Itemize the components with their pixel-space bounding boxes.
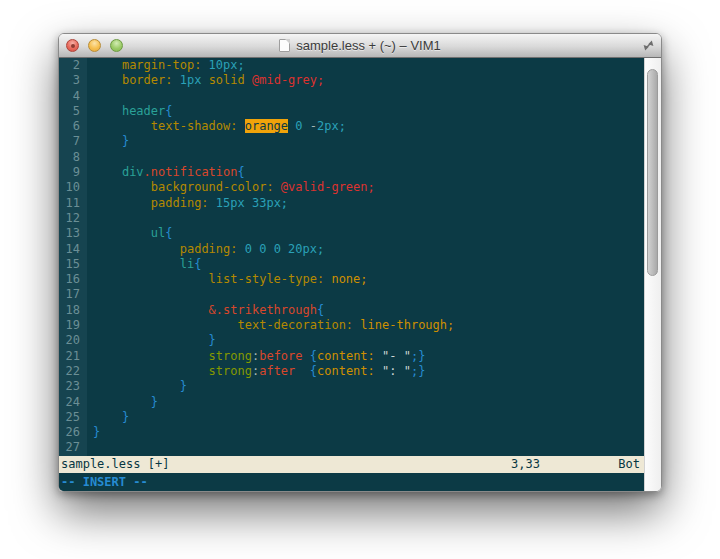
code-line[interactable]: 22 strong:after {content: ": ";} bbox=[59, 364, 644, 379]
line-number: 22 bbox=[59, 364, 87, 379]
code-line[interactable]: 4 bbox=[59, 89, 644, 104]
code-line[interactable]: 2 margin-top: 10px; bbox=[59, 58, 644, 73]
code-text: li{ bbox=[87, 257, 201, 272]
code-line[interactable]: 16 list-style-type: none; bbox=[59, 272, 644, 287]
window-title: sample.less + (~) – VIM1 bbox=[296, 38, 441, 53]
code-text bbox=[87, 287, 93, 302]
scrollbar[interactable] bbox=[644, 58, 661, 491]
code-text: div.notification{ bbox=[87, 165, 245, 180]
code-text: } bbox=[87, 425, 100, 440]
code-text bbox=[87, 211, 93, 226]
close-button[interactable] bbox=[66, 39, 79, 52]
line-number: 7 bbox=[59, 134, 87, 149]
code-line[interactable]: 5 header{ bbox=[59, 104, 644, 119]
code-line[interactable]: 3 border: 1px solid @mid-grey; bbox=[59, 73, 644, 88]
code-text: header{ bbox=[87, 104, 173, 119]
zoom-button[interactable] bbox=[110, 39, 123, 52]
code-text: padding: 0 0 0 20px; bbox=[87, 242, 324, 257]
line-number: 4 bbox=[59, 89, 87, 104]
code-line[interactable]: 7 } bbox=[59, 134, 644, 149]
line-number: 2 bbox=[59, 58, 87, 73]
code-text: background-color: @valid-green; bbox=[87, 180, 375, 195]
code-text: strong:after {content: ": ";} bbox=[87, 364, 425, 379]
code-line[interactable]: 6 text-shadow: orange 0 -2px; bbox=[59, 119, 644, 134]
line-number: 12 bbox=[59, 211, 87, 226]
line-number: 8 bbox=[59, 150, 87, 165]
vim-mode-indicator: -- INSERT -- bbox=[61, 475, 148, 489]
expand-diagonal-icon bbox=[642, 39, 655, 52]
line-number: 3 bbox=[59, 73, 87, 88]
code-line[interactable]: 25 } bbox=[59, 410, 644, 425]
code-text bbox=[87, 89, 93, 104]
code-line[interactable]: 27 bbox=[59, 440, 644, 455]
code-text: } bbox=[87, 395, 158, 410]
line-number: 18 bbox=[59, 303, 87, 318]
line-number: 21 bbox=[59, 349, 87, 364]
line-number: 24 bbox=[59, 395, 87, 410]
code-line[interactable]: 11 padding: 15px 33px; bbox=[59, 196, 644, 211]
title-bar[interactable]: sample.less + (~) – VIM1 bbox=[59, 34, 661, 58]
window-body: 2 margin-top: 10px;3 border: 1px solid @… bbox=[59, 58, 661, 491]
code-line[interactable]: 23 } bbox=[59, 379, 644, 394]
line-number: 10 bbox=[59, 180, 87, 195]
line-number: 20 bbox=[59, 333, 87, 348]
cursor-position: 3,33 bbox=[511, 456, 540, 473]
code-text: } bbox=[87, 134, 129, 149]
code-text: } bbox=[87, 379, 187, 394]
line-number: 5 bbox=[59, 104, 87, 119]
line-number: 11 bbox=[59, 196, 87, 211]
line-number: 13 bbox=[59, 226, 87, 241]
line-number: 9 bbox=[59, 165, 87, 180]
code-line[interactable]: 13 ul{ bbox=[59, 226, 644, 241]
vim-message-line: -- INSERT -- bbox=[59, 473, 644, 491]
code-text: list-style-type: none; bbox=[87, 272, 368, 287]
file-label: sample.less [+] bbox=[61, 456, 169, 473]
code-line[interactable]: 19 text-decoration: line-through; bbox=[59, 318, 644, 333]
code-text: } bbox=[87, 333, 216, 348]
line-number: 6 bbox=[59, 119, 87, 134]
code-text: margin-top: 10px; bbox=[87, 58, 245, 73]
scroll-position-indicator: Bot bbox=[618, 456, 640, 473]
code-line[interactable]: 20 } bbox=[59, 333, 644, 348]
code-text bbox=[87, 440, 93, 455]
code-line[interactable]: 14 padding: 0 0 0 20px; bbox=[59, 242, 644, 257]
line-number: 15 bbox=[59, 257, 87, 272]
resize-button[interactable] bbox=[641, 38, 656, 53]
code-line[interactable]: 18 &.strikethrough{ bbox=[59, 303, 644, 318]
desktop-background: sample.less + (~) – VIM1 2 margin-top: 1… bbox=[0, 0, 720, 559]
window-controls bbox=[66, 34, 123, 57]
code-line[interactable]: 17 bbox=[59, 287, 644, 302]
code-text: text-decoration: line-through; bbox=[87, 318, 454, 333]
line-number: 25 bbox=[59, 410, 87, 425]
code-line[interactable]: 26} bbox=[59, 425, 644, 440]
code-text bbox=[87, 150, 93, 165]
code-text: border: 1px solid @mid-grey; bbox=[87, 73, 324, 88]
code-text: padding: 15px 33px; bbox=[87, 196, 288, 211]
line-number: 27 bbox=[59, 440, 87, 455]
code-area[interactable]: 2 margin-top: 10px;3 border: 1px solid @… bbox=[59, 58, 644, 456]
code-line[interactable]: 12 bbox=[59, 211, 644, 226]
code-text: &.strikethrough{ bbox=[87, 303, 324, 318]
code-line[interactable]: 24 } bbox=[59, 395, 644, 410]
vim-window: sample.less + (~) – VIM1 2 margin-top: 1… bbox=[58, 33, 662, 492]
document-icon bbox=[279, 39, 290, 52]
line-number: 14 bbox=[59, 242, 87, 257]
search-highlight: orange bbox=[245, 119, 288, 133]
code-text: strong:before {content: "- ";} bbox=[87, 349, 425, 364]
line-number: 26 bbox=[59, 425, 87, 440]
vim-statusline: sample.less [+] 3,33 Bot bbox=[59, 456, 644, 473]
code-line[interactable]: 8 bbox=[59, 150, 644, 165]
code-line[interactable]: 9 div.notification{ bbox=[59, 165, 644, 180]
minimize-button[interactable] bbox=[88, 39, 101, 52]
editor-column: 2 margin-top: 10px;3 border: 1px solid @… bbox=[59, 58, 644, 491]
title-group: sample.less + (~) – VIM1 bbox=[279, 38, 441, 53]
code-text: } bbox=[87, 410, 129, 425]
line-number: 23 bbox=[59, 379, 87, 394]
scrollbar-thumb[interactable] bbox=[647, 69, 658, 276]
code-line[interactable]: 10 background-color: @valid-green; bbox=[59, 180, 644, 195]
line-number: 17 bbox=[59, 287, 87, 302]
line-number: 19 bbox=[59, 318, 87, 333]
code-line[interactable]: 21 strong:before {content: "- ";} bbox=[59, 349, 644, 364]
code-text: text-shadow: orange 0 -2px; bbox=[87, 119, 346, 134]
code-line[interactable]: 15 li{ bbox=[59, 257, 644, 272]
